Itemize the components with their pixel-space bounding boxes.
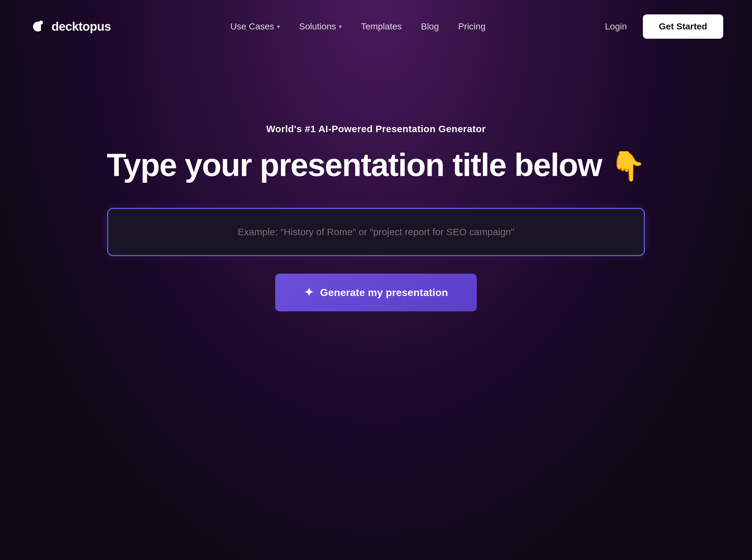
- nav-solutions[interactable]: Solutions ▾: [299, 21, 342, 32]
- nav-right: Login Get Started: [605, 14, 723, 39]
- logo-icon: [29, 18, 46, 36]
- login-button[interactable]: Login: [605, 21, 627, 32]
- hero-section: World's #1 AI-Powered Presentation Gener…: [0, 123, 752, 312]
- get-started-button[interactable]: Get Started: [643, 14, 723, 39]
- generate-presentation-button[interactable]: ✦ Generate my presentation: [275, 274, 477, 312]
- logo-text: decktopus: [52, 20, 111, 34]
- nav-pricing[interactable]: Pricing: [458, 21, 486, 32]
- svg-point-0: [39, 20, 43, 25]
- chevron-down-icon: ▾: [339, 23, 342, 31]
- hero-subtitle: World's #1 AI-Powered Presentation Gener…: [266, 123, 486, 134]
- nav-use-cases[interactable]: Use Cases ▾: [230, 21, 280, 32]
- hero-title: Type your presentation title below 👇: [107, 147, 646, 182]
- nav-blog[interactable]: Blog: [421, 21, 439, 32]
- presentation-title-input[interactable]: [107, 208, 645, 256]
- sparkle-icon: ✦: [304, 286, 313, 299]
- nav-templates[interactable]: Templates: [361, 21, 402, 32]
- pointing-down-emoji: 👇: [610, 150, 645, 182]
- logo[interactable]: decktopus: [29, 18, 111, 36]
- chevron-down-icon: ▾: [277, 23, 280, 31]
- presentation-input-wrapper: [107, 208, 645, 256]
- navbar: decktopus Use Cases ▾ Solutions ▾ Templa…: [0, 0, 752, 53]
- nav-links: Use Cases ▾ Solutions ▾ Templates Blog P…: [230, 21, 485, 32]
